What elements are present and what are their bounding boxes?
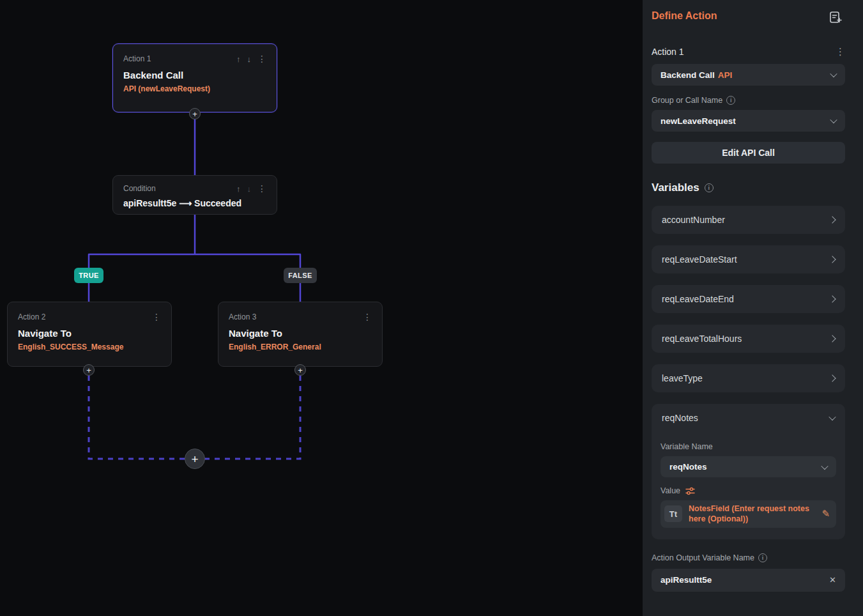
node-subtitle: English_ERROR_General [229,343,372,351]
text-type-icon: Tt [664,505,682,522]
settings-sliders-icon[interactable] [685,487,695,495]
chevron-right-icon [829,295,836,302]
chevron-down-icon [821,462,828,469]
node-subtitle: API (newLeaveRequest) [123,84,266,93]
variable-name: reqNotes [662,413,698,423]
branch-false-badge: FALSE [284,268,317,283]
move-up-icon[interactable]: ↑ [236,54,241,64]
action-type-select[interactable]: Backend CallAPI [652,64,845,86]
variable-name: reqLeaveDateStart [662,254,737,265]
output-variable-label: Action Output Variable Name [652,553,754,562]
variable-name-select[interactable]: reqNotes [661,456,836,477]
clear-icon[interactable]: ✕ [829,575,836,585]
move-down-icon[interactable]: ↓ [247,54,252,64]
node-action-1[interactable]: Action 1 ↑ ↓ ⋮ Backend Call API (newLeav… [112,43,277,112]
node-title: Navigate To [18,328,161,339]
info-icon[interactable]: i [758,553,767,562]
group-name-value: newLeaveRequest [661,116,736,126]
variable-name: reqLeaveDateEnd [662,294,734,304]
variable-card-reqnotes: reqNotes Variable Name reqNotes Value Tt… [652,404,845,539]
node-title: Navigate To [229,328,372,339]
variables-title: Variables [652,181,699,194]
value-field[interactable]: Tt NotesField (Enter request notes here … [661,500,836,528]
add-action-button[interactable]: + [189,108,201,119]
variable-row[interactable]: reqLeaveTotalHours [652,325,845,353]
node-action-3[interactable]: Action 3 ⋮ Navigate To English_ERROR_Gen… [218,302,383,367]
output-variable-value: apiResultt5e [661,575,712,585]
define-action-panel: Define Action Action 1 ⋮ Backend CallAPI… [643,0,863,616]
variable-row[interactable]: reqLeaveDateStart [652,245,845,273]
add-note-icon[interactable] [826,8,845,29]
condition-expression: apiResultt5e ⟶ Succeeded [123,198,266,208]
add-action-button[interactable]: + [294,364,306,376]
panel-title: Define Action [652,8,717,22]
move-up-icon[interactable]: ↑ [236,184,241,194]
info-icon[interactable]: i [726,96,735,105]
variable-name: leaveType [662,373,703,383]
chevron-down-icon [829,413,836,420]
action-options-icon[interactable]: ⋮ [836,46,845,58]
more-options-icon[interactable]: ⋮ [152,312,161,322]
chevron-down-icon [830,116,837,123]
variable-row-expanded[interactable]: reqNotes [652,404,845,432]
add-action-button[interactable]: + [83,364,95,376]
value-binding-text: NotesField (Enter request notes here (Op… [689,504,815,525]
chevron-right-icon [829,374,836,381]
info-icon[interactable]: i [705,183,714,192]
node-header-label: Condition [123,184,156,193]
chevron-right-icon [829,216,836,223]
node-title: Backend Call [123,70,266,81]
action-type-label: Backend Call [661,70,715,80]
action-number-label: Action 1 [652,47,684,57]
chevron-down-icon [830,70,837,77]
group-name-label: Group or Call Name [652,96,722,105]
add-merged-action-button[interactable]: + [185,449,205,469]
variable-name-label: Variable Name [661,442,836,451]
more-options-icon[interactable]: ⋮ [363,312,372,322]
edit-icon[interactable]: ✎ [821,508,830,520]
variable-row[interactable]: accountNumber [652,206,845,234]
group-name-select[interactable]: newLeaveRequest [652,110,845,132]
more-options-icon[interactable]: ⋮ [257,183,266,194]
node-action-2[interactable]: Action 2 ⋮ Navigate To English_SUCCESS_M… [7,302,172,367]
variable-name-value: reqNotes [669,462,707,472]
value-label: Value [661,486,680,495]
node-condition[interactable]: Condition ↑ ↓ ⋮ apiResultt5e ⟶ Succeeded [112,175,277,215]
node-subtitle: English_SUCCESS_Message [18,343,161,351]
variable-name: reqLeaveTotalHours [662,334,742,344]
chevron-right-icon [829,335,836,342]
node-header-label: Action 1 [123,54,151,63]
output-variable-input[interactable]: apiResultt5e ✕ [652,569,845,592]
edit-api-call-button[interactable]: Edit API Call [652,142,845,164]
variable-name: accountNumber [662,215,725,225]
variable-row[interactable]: leaveType [652,364,845,392]
node-header-label: Action 3 [229,312,256,321]
node-header-label: Action 2 [18,312,45,321]
flow-canvas[interactable]: Action 1 ↑ ↓ ⋮ Backend Call API (newLeav… [0,0,643,616]
move-down-icon[interactable]: ↓ [247,184,252,194]
more-options-icon[interactable]: ⋮ [257,54,266,64]
chevron-right-icon [829,256,836,263]
variable-row[interactable]: reqLeaveDateEnd [652,285,845,313]
action-type-tag: API [718,70,733,80]
branch-true-badge: TRUE [74,268,103,283]
